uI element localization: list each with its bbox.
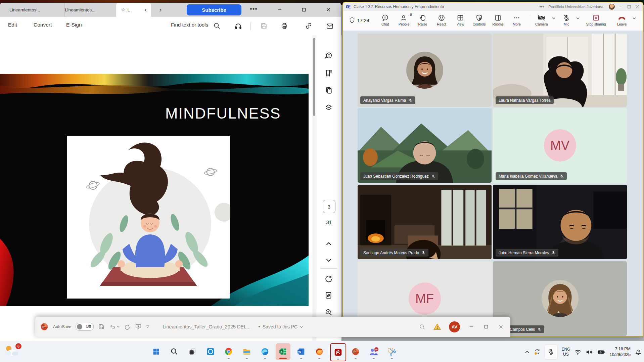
- ppt-account-avatar[interactable]: AV: [449, 321, 460, 332]
- bookmarks-icon[interactable]: [324, 69, 333, 78]
- taskbar-excel-button[interactable]: X: [276, 343, 290, 360]
- participant-tile[interactable]: Santiago Andrés Mateus Prado: [358, 185, 492, 259]
- rotate-page-icon[interactable]: [324, 274, 333, 283]
- ppt-close-button[interactable]: [498, 323, 504, 330]
- next-page-icon[interactable]: [324, 256, 333, 265]
- taskbar-task-view-button[interactable]: [185, 343, 200, 360]
- more-button[interactable]: More: [508, 13, 526, 26]
- taskbar-search-button[interactable]: [167, 343, 182, 360]
- muted-mic-icon: [431, 174, 435, 178]
- language-indicator[interactable]: ENG US: [561, 347, 570, 357]
- participant-tile[interactable]: Jairo Hernan Sierra Morales: [493, 185, 627, 259]
- taskbar-file-explorer-button[interactable]: [239, 343, 254, 360]
- participant-tile[interactable]: MV Maria Isabella Gomez Villanueva: [493, 108, 627, 183]
- participant-tile[interactable]: Anayanci Vargas Palma: [358, 34, 492, 107]
- menu-esign[interactable]: E-Sign: [66, 22, 82, 28]
- weather-widget[interactable]: 6: [4, 344, 23, 359]
- meditation-illustration-card: [67, 136, 230, 299]
- taskbar-firefox-button[interactable]: [312, 343, 327, 360]
- tab-back-arrow-icon[interactable]: ‹: [142, 6, 150, 14]
- pdf-document-area[interactable]: MINDFULNESS: [0, 35, 312, 341]
- stop-sharing-button[interactable]: Stop sharing: [583, 13, 609, 26]
- zoom-in-icon[interactable]: [324, 308, 333, 317]
- ppt-minimize-button[interactable]: [468, 323, 475, 330]
- tray-mic-off-icon: [548, 348, 554, 356]
- teams-avatar[interactable]: [609, 4, 615, 10]
- tab-forward-arrow-icon[interactable]: ›: [156, 6, 165, 14]
- fit-page-icon[interactable]: [324, 291, 333, 300]
- ppt-present-icon[interactable]: [135, 323, 142, 330]
- teams-minimize-icon[interactable]: [619, 5, 623, 9]
- ppt-maximize-button[interactable]: [483, 323, 490, 330]
- taskbar-powerpoint-button[interactable]: P: [348, 343, 363, 360]
- teams-more-icon[interactable]: •••: [540, 4, 544, 9]
- taskbar-alexa-button[interactable]: [203, 343, 218, 360]
- camera-button[interactable]: Camera: [533, 13, 550, 26]
- acrobat-tab-2[interactable]: Lineamientos...: [60, 3, 120, 17]
- ppt-redo-icon[interactable]: [124, 323, 131, 330]
- teams-maximize-icon[interactable]: [627, 5, 631, 9]
- warning-icon[interactable]: [433, 323, 441, 330]
- ppt-save-icon[interactable]: [98, 323, 105, 330]
- people-button[interactable]: 8 People: [395, 13, 413, 26]
- participant-tile[interactable]: Maria Campos Celis: [493, 261, 627, 336]
- mic-options-chevron-icon[interactable]: [576, 17, 580, 19]
- tray-expand-chevron-icon[interactable]: [524, 350, 530, 354]
- mic-button[interactable]: Mic: [559, 13, 574, 26]
- battery-icon[interactable]: [597, 349, 605, 355]
- onedrive-sync-icon[interactable]: [534, 349, 541, 355]
- layers-icon[interactable]: [324, 103, 333, 112]
- tray-mic-muted-indicator[interactable]: [545, 344, 557, 360]
- camera-options-chevron-icon[interactable]: [552, 17, 555, 19]
- autosave-toggle[interactable]: Off: [76, 323, 94, 331]
- read-aloud-headphones-icon[interactable]: [233, 21, 243, 31]
- taskbar-chrome-button[interactable]: [221, 343, 236, 360]
- participant-tile[interactable]: Juan Sebastian Gonzalez Rodriguez: [358, 108, 492, 183]
- subscribe-button[interactable]: Subscribe: [187, 4, 241, 15]
- raise-hand-button[interactable]: Raise: [414, 13, 432, 26]
- previous-page-icon[interactable]: [324, 239, 333, 248]
- taskbar-word-button[interactable]: W: [294, 343, 309, 360]
- quick-access-chevron-icon[interactable]: [146, 325, 149, 328]
- search-icon[interactable]: [212, 21, 222, 31]
- view-button[interactable]: View: [451, 13, 469, 26]
- ppt-saved-status[interactable]: • Saved to this PC: [258, 324, 303, 330]
- rooms-button[interactable]: Rooms: [489, 13, 507, 26]
- menu-edit[interactable]: Edit: [8, 22, 17, 28]
- minimize-button[interactable]: [275, 6, 284, 13]
- pdf-scrollbar[interactable]: [312, 35, 316, 341]
- close-button[interactable]: [324, 6, 333, 13]
- wifi-icon[interactable]: [574, 349, 582, 355]
- participant-tile[interactable]: Laura Nathalia Vargas Torres: [493, 34, 627, 107]
- taskbar-acrobat-button[interactable]: [330, 343, 346, 361]
- teams-close-icon[interactable]: [635, 5, 639, 9]
- ppt-search-icon[interactable]: [419, 324, 425, 330]
- page-number-input[interactable]: 3: [323, 200, 335, 213]
- share-link-icon[interactable]: [304, 21, 313, 31]
- controls-button[interactable]: Controls: [470, 13, 488, 26]
- page-thumbnails-icon[interactable]: [324, 86, 333, 95]
- volume-icon[interactable]: [586, 349, 593, 355]
- maximize-button[interactable]: [300, 6, 308, 13]
- comments-icon[interactable]: [324, 51, 333, 60]
- print-icon[interactable]: [280, 21, 289, 31]
- clock[interactable]: 7:18 PM 10/29/2025: [609, 346, 631, 358]
- svg-text:P: P: [42, 325, 45, 329]
- taskbar-edge-button[interactable]: [258, 343, 272, 360]
- react-button[interactable]: React: [432, 13, 451, 26]
- find-text-box[interactable]: Find text or tools: [152, 22, 208, 28]
- menu-convert[interactable]: Convert: [34, 22, 52, 28]
- star-icon[interactable]: ☆: [121, 7, 125, 13]
- leave-options-chevron-icon[interactable]: [633, 17, 636, 19]
- leave-button[interactable]: Leave: [614, 13, 630, 26]
- ppt-undo-button[interactable]: [109, 323, 120, 330]
- taskbar-start-button[interactable]: [149, 343, 164, 360]
- acrobat-tab-1[interactable]: Lineamientos...: [5, 3, 65, 17]
- more-options-icon[interactable]: •••: [250, 5, 258, 13]
- notification-bell-icon[interactable]: z: [635, 348, 642, 356]
- scrollbar-thumb[interactable]: [313, 38, 315, 116]
- taskbar-snipping-tool-button[interactable]: [384, 343, 399, 360]
- email-icon[interactable]: [325, 21, 334, 31]
- taskbar-teams-button[interactable]: [366, 343, 381, 360]
- chat-button[interactable]: Chat: [376, 13, 394, 26]
